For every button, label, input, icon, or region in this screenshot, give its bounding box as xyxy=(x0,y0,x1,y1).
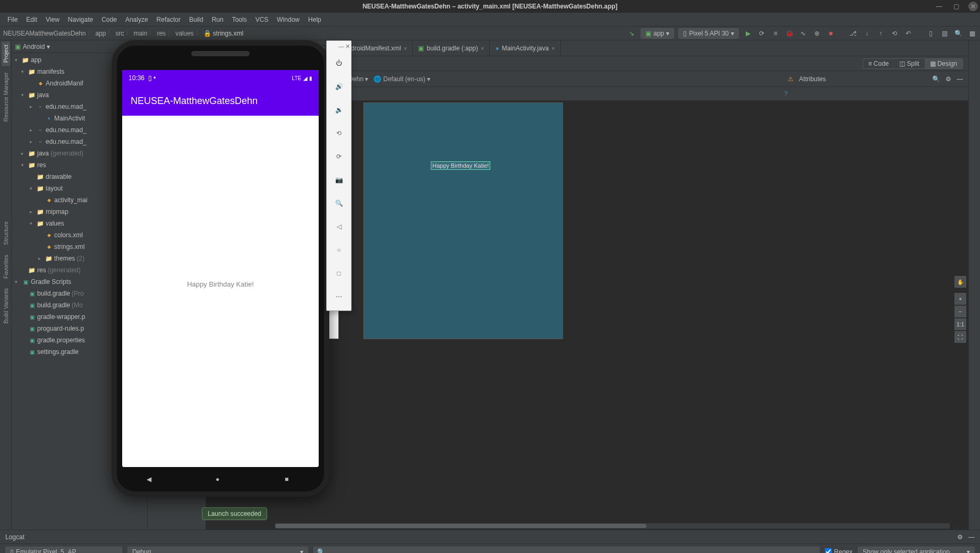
git-pull-icon[interactable]: ↓ xyxy=(862,29,872,38)
loglevel-dropdown[interactable]: Debug▾ xyxy=(127,547,308,554)
git-history-icon[interactable]: ⟲ xyxy=(890,29,899,38)
zoom-fit-button[interactable]: ⛶ xyxy=(955,331,966,343)
gradle-icon xyxy=(28,314,36,320)
volume-down-icon[interactable]: 🔉 xyxy=(330,101,347,118)
menu-help[interactable]: Help xyxy=(304,16,326,23)
maximize-icon[interactable]: ▢ xyxy=(951,2,961,11)
home-icon[interactable]: ○ xyxy=(330,241,347,258)
camera-icon[interactable]: 📷 xyxy=(330,171,347,188)
emulator-screen[interactable]: 10:36 ▯ • LTE ◢ ▮ NEUSEA-MatthewGatesDeh… xyxy=(122,70,319,467)
volume-up-icon[interactable]: 🔊 xyxy=(330,78,347,95)
gutter-tab-favorites[interactable]: Favorites xyxy=(2,252,10,282)
overview-button[interactable]: ■ xyxy=(285,476,294,485)
back-icon[interactable]: ◁ xyxy=(330,218,347,235)
git-revert-icon[interactable]: ↶ xyxy=(904,29,913,38)
regex-checkbox[interactable]: Regex xyxy=(825,548,853,554)
pkg-icon xyxy=(37,103,44,110)
minimize-icon[interactable]: — xyxy=(968,533,975,541)
crumb-root[interactable]: NEUSEAMatthewGatesDehn xyxy=(3,30,86,37)
preview-textview-selected[interactable]: Happy Birthday Katie! xyxy=(431,161,490,170)
zoom-out-button[interactable]: − xyxy=(955,306,966,317)
pan-icon[interactable]: ✋ xyxy=(955,276,966,288)
overview-icon[interactable]: □ xyxy=(330,265,347,282)
menu-file[interactable]: File xyxy=(3,16,22,23)
home-button[interactable]: ● xyxy=(216,476,225,485)
apply-changes-icon[interactable]: ⟳ xyxy=(757,29,766,38)
run-config-dropdown[interactable]: ▣ app ▾ xyxy=(641,28,674,39)
close-tab-icon[interactable]: × xyxy=(404,45,407,51)
profile-icon[interactable]: ∿ xyxy=(798,29,808,38)
close-tab-icon[interactable]: × xyxy=(481,45,484,51)
zoom-reset-button[interactable]: 1:1 xyxy=(955,318,966,330)
device-dropdown[interactable]: ▯ Pixel 5 API 30 ▾ xyxy=(678,28,739,39)
more-icon[interactable]: ⋯ xyxy=(330,288,347,305)
power-icon[interactable]: ⏻ xyxy=(330,55,347,72)
git-push-icon[interactable]: ↑ xyxy=(876,29,885,38)
mode-split[interactable]: ◫Split xyxy=(894,59,924,68)
crumb-src[interactable]: src xyxy=(115,30,124,37)
rotate-left-icon[interactable]: ⟲ xyxy=(330,125,347,142)
menu-code[interactable]: Code xyxy=(97,16,121,23)
menu-analyze[interactable]: Analyze xyxy=(121,16,152,23)
scrollbar-thumb[interactable] xyxy=(275,524,646,528)
search-icon[interactable]: 🔍 xyxy=(932,75,940,83)
device-dropdown[interactable]: ▯Emulator Pixel_5_AP xyxy=(5,547,122,554)
search-icon[interactable]: 🔍 xyxy=(953,29,963,38)
make-icon[interactable]: ↘ xyxy=(627,29,636,38)
menu-tools[interactable]: Tools xyxy=(228,16,251,23)
back-button[interactable]: ◀ xyxy=(147,476,156,485)
app-body[interactable]: Happy Birthday Katie! xyxy=(122,116,319,467)
editor-tab-gradle[interactable]: ▣build.gradle (:app)× xyxy=(413,40,490,56)
gutter-tab-resource-manager[interactable]: Resource Manager xyxy=(2,69,10,125)
minimize-icon[interactable]: — xyxy=(957,75,963,83)
menu-vcs[interactable]: VCS xyxy=(251,16,273,23)
sdk-manager-icon[interactable]: ▥ xyxy=(940,29,949,38)
horizontal-scrollbar[interactable] xyxy=(275,523,950,529)
settings-icon[interactable]: ▦ xyxy=(967,29,977,38)
close-tab-icon[interactable]: × xyxy=(551,45,555,51)
menu-navigate[interactable]: Navigate xyxy=(64,16,97,23)
mode-design[interactable]: ▦Design xyxy=(925,59,962,68)
stop-icon[interactable]: ■ xyxy=(826,29,836,38)
zoom-in-button[interactable]: + xyxy=(955,293,966,305)
filter-dropdown[interactable]: Show only selected application▾ xyxy=(858,547,975,554)
preview-blueprint[interactable]: Happy Birthday Katie! xyxy=(364,103,563,339)
menu-edit[interactable]: Edit xyxy=(22,16,41,23)
crumb-file[interactable]: 🔒strings.xml xyxy=(203,30,243,37)
logcat-search[interactable]: 🔍 xyxy=(313,547,820,554)
warning-icon[interactable] xyxy=(788,75,794,83)
menu-build[interactable]: Build xyxy=(185,16,208,23)
gear-icon[interactable]: ⚙ xyxy=(957,533,963,541)
locale-select[interactable]: 🌐 Default (en-us) ▾ xyxy=(373,75,430,83)
project-panel-title[interactable]: ▣ Android ▾ xyxy=(15,43,50,50)
breadcrumb[interactable]: NEUSEAMatthewGatesDehn〉 app〉 src〉 main〉 … xyxy=(3,29,627,38)
crumb-res[interactable]: res xyxy=(157,30,166,37)
menu-run[interactable]: Run xyxy=(208,16,228,23)
git-branch-icon[interactable]: ⎇ xyxy=(848,29,858,38)
minimize-icon[interactable]: — xyxy=(934,2,944,11)
emulator-window[interactable]: 10:36 ▯ • LTE ◢ ▮ NEUSEA-MatthewGatesDeh… xyxy=(112,40,329,497)
gutter-tab-build-variants[interactable]: Build Variants xyxy=(2,285,10,327)
menu-refactor[interactable]: Refactor xyxy=(152,16,185,23)
menu-window[interactable]: Window xyxy=(272,16,304,23)
debug-icon[interactable]: 🐞 xyxy=(785,29,794,38)
apply-code-icon[interactable]: ≡ xyxy=(771,29,780,38)
mode-code[interactable]: ≡Code xyxy=(863,59,894,68)
editor-tab-mainactivity[interactable]: ●MainActivity.java× xyxy=(490,40,560,56)
run-icon[interactable]: ▶ xyxy=(743,29,753,38)
crumb-app[interactable]: app xyxy=(95,30,106,37)
gear-icon[interactable]: ⚙ xyxy=(945,75,951,83)
close-icon[interactable]: ✕ xyxy=(345,43,350,51)
close-icon[interactable]: ✕ xyxy=(968,2,978,11)
help-icon[interactable]: ? xyxy=(784,90,788,98)
menu-view[interactable]: View xyxy=(41,16,64,23)
gutter-tab-structure[interactable]: Structure xyxy=(2,218,10,248)
crumb-values[interactable]: values xyxy=(175,30,194,37)
minimize-icon[interactable]: — xyxy=(338,43,344,51)
avd-manager-icon[interactable]: ▯ xyxy=(926,29,935,38)
crumb-main[interactable]: main xyxy=(133,30,147,37)
rotate-right-icon[interactable]: ⟳ xyxy=(330,148,347,165)
zoom-icon[interactable]: 🔍 xyxy=(330,195,347,212)
gutter-tab-project[interactable]: Project xyxy=(2,41,10,66)
attach-debugger-icon[interactable]: ⊕ xyxy=(812,29,822,38)
